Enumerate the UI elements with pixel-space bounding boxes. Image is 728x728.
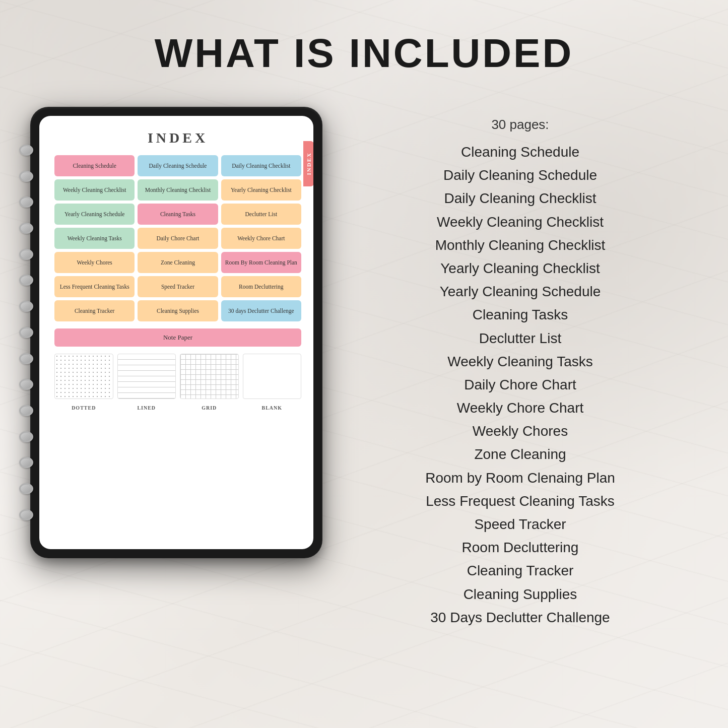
list-item: Less Frequest Cleaning Tasks	[343, 490, 698, 513]
index-cell: Weekly Chores	[54, 252, 135, 273]
list-item: Weekly Chore Chart	[343, 396, 698, 420]
index-cell: 30 days Declutter Challenge	[221, 300, 301, 321]
ring	[19, 275, 33, 286]
notebook-content: INDEX Cleaning ScheduleDaily Cleaning Sc…	[39, 116, 313, 549]
index-cell: Yearly Cleaning Checklist	[221, 179, 301, 201]
paper-label-lined: LINED	[117, 405, 176, 411]
list-item: Cleaning Tracker	[343, 559, 698, 582]
list-item: Yearly Cleaning Checklist	[343, 257, 698, 280]
list-item: Weekly Cleaning Tasks	[343, 350, 698, 373]
ring	[19, 249, 33, 260]
index-cell: Cleaning Tracker	[54, 300, 135, 321]
ring	[19, 457, 33, 468]
ring	[19, 509, 33, 520]
tablet-screen: INDEX INDEX Cleaning ScheduleDaily Clean…	[39, 116, 313, 549]
ring	[19, 145, 33, 156]
ring	[19, 301, 33, 312]
list-item: Room Decluttering	[343, 536, 698, 559]
list-item: Yearly Cleaning Schedule	[343, 280, 698, 303]
paper-lined	[117, 354, 176, 399]
items-list: Cleaning ScheduleDaily Cleaning Schedule…	[343, 141, 698, 629]
index-cell: Monthly Cleaning Checklist	[138, 179, 218, 201]
list-item: Weekly Chores	[343, 420, 698, 443]
list-item: Cleaning Schedule	[343, 141, 698, 164]
list-item: 30 Days Declutter Challenge	[343, 606, 698, 629]
index-cell: Yearly Cleaning Schedule	[54, 204, 135, 225]
tablet: INDEX INDEX Cleaning ScheduleDaily Clean…	[30, 107, 322, 558]
ring	[19, 379, 33, 390]
index-cell: Room Decluttering	[221, 276, 301, 297]
ring	[19, 405, 33, 416]
pages-count: 30 pages:	[343, 117, 698, 133]
list-item: Weekly Cleaning Checklist	[343, 211, 698, 234]
index-cell: Room By Room Cleaning Plan	[221, 252, 301, 273]
list-item: Monthly Cleaning Checklist	[343, 234, 698, 257]
main-title: WHAT IS INCLUDED	[155, 30, 573, 77]
list-item: Speed Tracker	[343, 513, 698, 536]
paper-previews	[54, 354, 301, 399]
ring	[19, 431, 33, 442]
index-cell: Weekly Cleaning Checklist	[54, 179, 135, 201]
note-paper-label: Note Paper	[54, 328, 301, 347]
index-cell: Cleaning Tasks	[138, 204, 218, 225]
list-item: Declutter List	[343, 327, 698, 350]
list-item: Room by Room Clenaing Plan	[343, 467, 698, 490]
index-cell: Daily Chore Chart	[138, 228, 218, 249]
list-item: Cleaning Supplies	[343, 583, 698, 606]
spiral-rings	[19, 137, 33, 528]
paper-grid	[180, 354, 239, 399]
index-cell: Less Frequent Cleaning Tasks	[54, 276, 135, 297]
ring	[19, 196, 33, 208]
tablet-container: INDEX INDEX Cleaning ScheduleDaily Clean…	[30, 107, 322, 558]
paper-label-blank: BLANK	[243, 405, 302, 411]
list-item: Daily Cleaning Schedule	[343, 164, 698, 187]
index-cell: Speed Tracker	[138, 276, 218, 297]
paper-blank	[243, 354, 302, 399]
index-tab-text: INDEX	[306, 152, 312, 175]
paper-label-dotted: DOTTED	[54, 405, 113, 411]
index-cell: Weekly Cleaning Tasks	[54, 228, 135, 249]
list-item: Daily Chore Chart	[343, 373, 698, 396]
ring	[19, 171, 33, 182]
index-tab: INDEX	[303, 141, 313, 186]
right-list: 30 pages: Cleaning ScheduleDaily Cleanin…	[343, 107, 698, 629]
list-item: Zone Cleaning	[343, 443, 698, 466]
ring	[19, 483, 33, 494]
index-cell: Daily Cleaning Schedule	[138, 155, 218, 176]
index-title: INDEX	[54, 126, 301, 146]
index-cell: Declutter List	[221, 204, 301, 225]
index-cell: Daily Cleaning Checklist	[221, 155, 301, 176]
list-item: Cleaning Tasks	[343, 303, 698, 326]
index-cell: Cleaning Schedule	[54, 155, 135, 176]
list-item: Daily Cleaning Checklist	[343, 187, 698, 210]
index-grid: Cleaning ScheduleDaily Cleaning Schedule…	[54, 155, 301, 321]
index-cell: Cleaning Supplies	[138, 300, 218, 321]
ring	[19, 223, 33, 234]
index-cell: Zone Cleaning	[138, 252, 218, 273]
paper-dotted	[54, 354, 113, 399]
paper-label-grid: GRID	[180, 405, 239, 411]
ring	[19, 353, 33, 364]
index-cell: Weekly Chore Chart	[221, 228, 301, 249]
ring	[19, 327, 33, 338]
